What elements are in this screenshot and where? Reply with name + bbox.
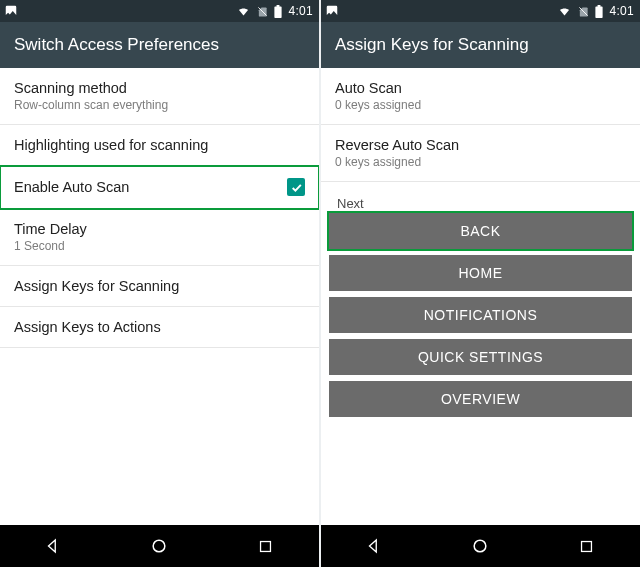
action-overlay: Next BACK HOME NOTIFICATIONS QUICK SETTI… [321, 196, 640, 525]
nav-recent-icon[interactable] [246, 532, 286, 560]
phone-left: 4:01 Switch Access Preferences Scanning … [0, 0, 319, 567]
overlay-overview-button[interactable]: OVERVIEW [329, 381, 632, 417]
row-subtitle: Row-column scan everything [14, 98, 305, 112]
page-title: Assign Keys for Scanning [335, 35, 529, 55]
status-time: 4:01 [288, 4, 313, 18]
row-title: Reverse Auto Scan [335, 137, 626, 153]
image-icon [325, 4, 339, 18]
phone-right: 4:01 Assign Keys for Scanning Auto Scan … [321, 0, 640, 567]
nav-bar [321, 525, 640, 567]
checkbox-checked-icon[interactable] [287, 178, 305, 196]
status-bar: 4:01 [0, 0, 319, 22]
row-subtitle: 0 keys assigned [335, 155, 626, 169]
settings-list: Scanning method Row-column scan everythi… [0, 68, 319, 525]
wifi-icon [557, 5, 572, 17]
svg-rect-2 [261, 541, 271, 551]
row-subtitle: 1 Second [14, 239, 305, 253]
peek-row-title: Next [329, 196, 632, 211]
nav-recent-icon[interactable] [567, 532, 607, 560]
row-reverse-auto-scan[interactable]: Reverse Auto Scan 0 keys assigned [321, 125, 640, 182]
row-assign-keys-scanning[interactable]: Assign Keys for Scanning [0, 266, 319, 307]
row-title: Assign Keys to Actions [14, 319, 305, 335]
row-enable-auto-scan[interactable]: Enable Auto Scan [0, 166, 319, 209]
row-title: Scanning method [14, 80, 305, 96]
battery-icon [274, 5, 282, 18]
row-title: Assign Keys for Scanning [14, 278, 305, 294]
row-highlighting[interactable]: Highlighting used for scanning [0, 125, 319, 166]
row-title: Enable Auto Scan [14, 179, 129, 195]
status-bar: 4:01 [321, 0, 640, 22]
overlay-quick-settings-button[interactable]: QUICK SETTINGS [329, 339, 632, 375]
nav-home-icon[interactable] [460, 532, 500, 560]
nav-home-icon[interactable] [139, 532, 179, 560]
image-icon [4, 4, 18, 18]
appbar-title: Switch Access Preferences [0, 22, 319, 68]
nav-back-icon[interactable] [354, 532, 394, 560]
svg-point-4 [475, 540, 487, 552]
row-auto-scan[interactable]: Auto Scan 0 keys assigned [321, 68, 640, 125]
row-assign-keys-actions[interactable]: Assign Keys to Actions [0, 307, 319, 348]
appbar-title: Assign Keys for Scanning [321, 22, 640, 68]
wifi-icon [236, 5, 251, 17]
svg-point-1 [154, 540, 166, 552]
row-title: Highlighting used for scanning [14, 137, 305, 153]
no-sim-icon [257, 5, 268, 18]
status-time: 4:01 [609, 4, 634, 18]
page-title: Switch Access Preferences [14, 35, 219, 55]
battery-icon [595, 5, 603, 18]
svg-rect-5 [582, 541, 592, 551]
row-title: Auto Scan [335, 80, 626, 96]
overlay-notifications-button[interactable]: NOTIFICATIONS [329, 297, 632, 333]
no-sim-icon [578, 5, 589, 18]
row-scanning-method[interactable]: Scanning method Row-column scan everythi… [0, 68, 319, 125]
row-title: Time Delay [14, 221, 305, 237]
overlay-home-button[interactable]: HOME [329, 255, 632, 291]
settings-list: Auto Scan 0 keys assigned Reverse Auto S… [321, 68, 640, 525]
nav-back-icon[interactable] [33, 532, 73, 560]
overlay-back-button[interactable]: BACK [329, 213, 632, 249]
nav-bar [0, 525, 319, 567]
row-subtitle: 0 keys assigned [335, 98, 626, 112]
row-time-delay[interactable]: Time Delay 1 Second [0, 209, 319, 266]
